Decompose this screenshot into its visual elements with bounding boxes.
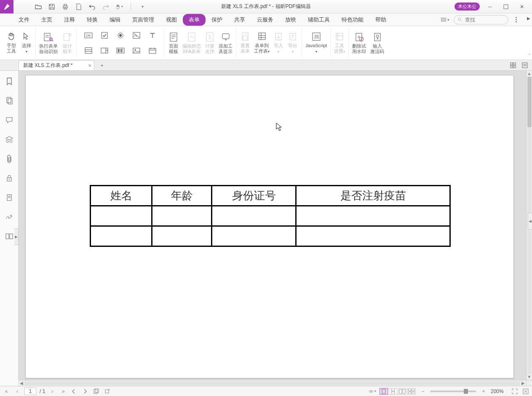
menu-annotate[interactable]: 注释 [58,14,81,26]
tab-close-icon[interactable]: × [88,62,91,69]
sign-field-icon[interactable] [132,31,141,40]
menu-home[interactable]: 主页 [35,14,58,26]
to-sheet-button[interactable]: 表单到 工作表▾ [254,31,270,54]
svg-rect-65 [374,33,380,41]
nav-fwd-icon[interactable] [81,388,89,395]
scroll-up-icon[interactable]: ▲ [527,71,532,77]
settings-dropdown-icon[interactable]: ▾ [441,17,449,23]
horizontal-scrollbar[interactable]: ◀ ▶ [19,380,526,386]
scroll-down-icon[interactable]: ▼ [527,374,532,380]
page-canvas[interactable]: 姓名 年龄 身份证号 是否注射疫苗 [25,75,514,378]
page-icon[interactable] [75,3,83,11]
fullscreen-icon[interactable] [522,388,529,395]
text-field-icon[interactable]: OK [84,31,93,40]
auto-recognize-button[interactable]: 执行表单 自动识别 [39,32,58,54]
zoom-out-icon[interactable]: − [419,388,427,395]
next-page-icon[interactable]: › [48,388,56,395]
menu-expand-icon[interactable]: ▶ [527,16,530,21]
undo-icon[interactable] [88,3,96,11]
print-icon[interactable] [61,3,69,11]
text-icon[interactable]: T [148,31,157,40]
document-tab[interactable]: 新建 XLS 工作表.pdf * × [19,60,94,70]
form-controls-grid: OK T [80,27,161,59]
security-panel-icon[interactable] [5,174,14,183]
signature-panel-icon[interactable] [5,212,14,222]
menu-assist[interactable]: 辅助工具 [302,14,336,26]
maximize-button[interactable] [500,2,512,12]
zoom-value[interactable]: 200% [491,388,508,394]
close-button[interactable]: ✕ [516,2,528,12]
menu-share[interactable]: 共享 [228,14,251,26]
last-page-icon[interactable]: » [59,388,67,395]
rotate-page-icon[interactable] [103,388,111,395]
bookmark-panel-icon[interactable] [5,77,14,86]
hand-tool-button[interactable]: 手型 工具 [6,31,17,54]
listbox-icon[interactable] [84,46,93,55]
zoom-in-icon[interactable]: + [480,388,487,395]
add-tab-button[interactable]: ＋ [97,60,107,70]
prev-page-icon[interactable]: ‹ [13,388,21,395]
combobox-icon[interactable] [100,46,109,55]
right-panel-expand-icon[interactable]: ◀ [528,213,532,230]
single-page-icon[interactable] [380,388,388,395]
scroll-thumb[interactable] [527,77,532,127]
menu-convert[interactable]: 转换 [81,14,104,26]
barcode-icon[interactable] [116,46,125,55]
comments-panel-icon[interactable] [5,115,14,125]
page-number-input[interactable]: 1 [24,388,36,395]
menu-form[interactable]: 表单 [183,14,206,26]
document-view[interactable]: 姓名 年龄 身份证号 是否注射疫苗 ▲ ▼ ◀ ▶ [19,71,532,386]
save-icon[interactable] [48,3,56,11]
menu-protect[interactable]: 保护 [206,14,228,26]
attachments-panel-icon[interactable] [5,154,14,163]
menu-present[interactable]: 放映 [279,14,302,26]
menu-view[interactable]: 视图 [160,14,183,26]
menu-edit[interactable]: 编辑 [104,14,126,26]
activate-button[interactable]: 输入 激活码 [370,32,384,54]
fit-width-icon[interactable] [511,388,519,395]
zoom-slider[interactable] [430,391,476,392]
layers-panel-icon[interactable] [5,135,14,144]
open-icon[interactable] [35,3,42,11]
more-menu-icon[interactable] [513,17,519,22]
first-page-icon[interactable]: « [3,388,10,395]
thumbnail-view-icon[interactable] [509,62,517,69]
menu-help[interactable]: 帮助 [369,14,392,26]
zoom-knob[interactable] [464,389,468,394]
nav-back-icon[interactable] [70,388,78,395]
export-button: 导出▾ [287,31,298,54]
javascript-button[interactable]: JSJavaScript▾ [305,31,327,54]
checkbox-icon[interactable] [100,31,109,40]
visibility-icon[interactable]: ▾ [369,388,376,395]
image-field-icon[interactable] [132,46,141,55]
date-field-icon[interactable] [148,46,157,55]
search-box[interactable] [454,15,508,24]
copy-page-icon[interactable] [92,388,100,395]
qat-dropdown-icon[interactable]: ▾ [139,3,146,11]
scroll-left-icon[interactable]: ◀ [19,381,24,385]
two-page-icon[interactable] [398,388,406,395]
page-template-button[interactable]: 页面 模板 [168,32,179,54]
menu-page[interactable]: 页面管理 [126,14,160,26]
continuous-page-icon[interactable] [389,388,397,395]
radio-icon[interactable] [116,31,125,40]
redo-icon[interactable] [102,3,110,11]
search-input[interactable] [465,17,503,23]
menu-file[interactable]: 文件 [13,14,35,26]
sidebar-expand-icon[interactable]: ▶ [14,228,19,245]
reading-mode-icon[interactable] [521,62,529,69]
menu-cloud[interactable]: 云服务 [251,14,279,26]
two-continuous-icon[interactable] [407,388,416,395]
minimize-button[interactable]: ─ [484,2,496,12]
ribbon-collapse-icon[interactable]: ˄ [528,53,530,58]
select-tool-button[interactable]: 选择▾ [21,31,32,54]
remove-watermark-button[interactable]: A删除试 用水印 [352,32,366,54]
pages-panel-icon[interactable] [5,96,14,105]
menu-feature[interactable]: 特色功能 [336,14,369,26]
compare-panel-icon[interactable] [5,232,14,241]
hand-qat-icon[interactable]: ▾ [115,3,123,11]
tooltip-button[interactable]: 添加工 具提示 [219,32,233,54]
scroll-right-icon[interactable]: ▶ [520,381,526,385]
fields-panel-icon[interactable] [5,193,14,202]
user-badge[interactable]: 木公木公 [454,3,480,11]
